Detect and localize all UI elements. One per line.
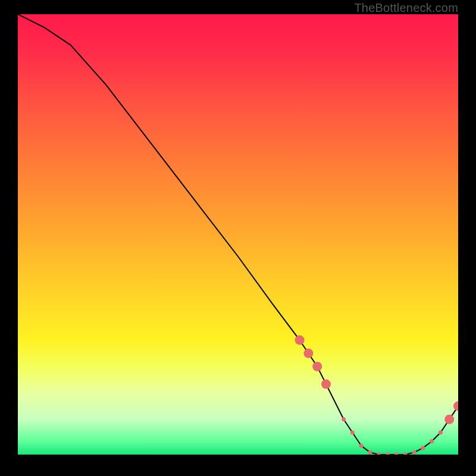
- chart-marker: [394, 453, 399, 455]
- chart-marker: [359, 444, 364, 448]
- chart-marker: [342, 417, 346, 421]
- chart-line: [18, 14, 458, 455]
- chart-marker: [312, 362, 322, 371]
- chart-marker: [368, 450, 372, 455]
- chart-svg: [18, 14, 458, 455]
- chart-frame: TheBottleneck.com: [0, 0, 476, 476]
- chart-marker: [303, 349, 313, 358]
- chart-marker: [439, 431, 443, 435]
- plot-area: [18, 14, 458, 455]
- chart-marker: [295, 336, 305, 345]
- chart-marker: [377, 453, 381, 455]
- chart-marker: [403, 453, 408, 455]
- chart-marker: [453, 402, 458, 411]
- chart-markers-small: [342, 417, 443, 455]
- chart-marker: [412, 450, 416, 455]
- chart-marker: [386, 453, 390, 455]
- attribution-label: TheBottleneck.com: [354, 1, 458, 15]
- chart-marker: [421, 446, 425, 450]
- chart-marker: [350, 431, 355, 435]
- chart-markers-big: [295, 336, 458, 424]
- chart-marker: [444, 415, 454, 424]
- chart-marker: [321, 380, 331, 389]
- chart-marker: [430, 439, 434, 443]
